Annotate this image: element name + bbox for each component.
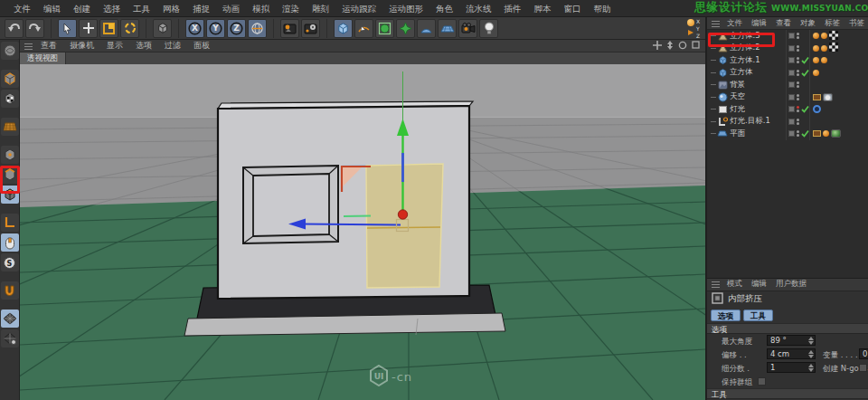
lock-workplane-icon[interactable] xyxy=(1,329,19,348)
enable-axis-icon[interactable] xyxy=(1,214,19,232)
make-editable-icon[interactable] xyxy=(1,42,19,60)
visibility-dots[interactable] xyxy=(797,45,799,52)
deformer-icon[interactable] xyxy=(396,19,415,38)
menu-edit[interactable]: 编辑 xyxy=(37,0,67,17)
section-options[interactable]: 选项 xyxy=(707,323,868,334)
scale-icon[interactable] xyxy=(99,19,118,38)
visibility-dots[interactable] xyxy=(797,94,799,100)
visibility-dots[interactable] xyxy=(797,106,799,112)
layer-square[interactable] xyxy=(788,106,795,112)
viewport-3d-scene[interactable] xyxy=(20,64,705,400)
menu-motion-tracker[interactable]: 运动跟踪 xyxy=(335,0,382,17)
camera-icon[interactable] xyxy=(458,19,477,38)
spline-pen-icon[interactable] xyxy=(354,19,373,38)
om-menu-objects[interactable]: 对象 xyxy=(797,18,819,29)
texture-mode-icon[interactable] xyxy=(1,90,19,108)
sky-texture-tag-icon[interactable] xyxy=(823,93,833,101)
viewport-rotate-icon[interactable] xyxy=(678,41,687,52)
subdivision-surface-icon[interactable] xyxy=(375,19,394,38)
edges-mode-icon[interactable] xyxy=(1,166,19,184)
live-selection-icon[interactable] xyxy=(58,19,77,38)
object-row-light-target[interactable]: 灯光.目标.1 xyxy=(707,116,868,129)
subdivision-input[interactable]: 1 xyxy=(767,362,816,373)
target-tag-icon[interactable] xyxy=(813,105,821,113)
visibility-dots[interactable] xyxy=(797,81,799,88)
phong-tag-icon[interactable] xyxy=(823,130,829,137)
model-mode-icon[interactable] xyxy=(1,70,19,88)
axis-ball-icon[interactable] xyxy=(687,19,694,26)
material-tag-icon[interactable] xyxy=(813,45,819,52)
vp-menu-camera[interactable]: 摄像机 xyxy=(63,40,100,52)
magnet-icon[interactable] xyxy=(1,281,19,300)
uvw-tag-icon[interactable] xyxy=(829,31,838,42)
vp-menu-display[interactable]: 显示 xyxy=(100,40,129,52)
menu-file[interactable]: 文件 xyxy=(7,0,37,17)
om-menu-file[interactable]: 文件 xyxy=(723,18,746,29)
layer-square[interactable] xyxy=(788,33,795,39)
am-menu-mode[interactable]: 模式 xyxy=(723,279,746,290)
coordinate-system-icon[interactable] xyxy=(248,19,267,38)
preserve-groups-checkbox[interactable] xyxy=(758,377,766,386)
max-angle-input[interactable]: 89 ° xyxy=(767,335,816,346)
layer-square[interactable] xyxy=(788,119,795,125)
material-tag-icon[interactable] xyxy=(813,57,819,63)
render-settings-icon[interactable] xyxy=(301,19,320,38)
object-row-cube[interactable]: 立方体 xyxy=(707,67,868,80)
polygons-mode-icon[interactable] xyxy=(1,186,19,204)
menu-pipeline[interactable]: 流水线 xyxy=(459,0,498,17)
vp-menu-filter[interactable]: 过滤 xyxy=(158,40,187,52)
stepper-arrows[interactable] xyxy=(807,364,814,372)
om-menu-bookmarks[interactable]: 书签 xyxy=(845,18,868,29)
menu-render[interactable]: 渲染 xyxy=(276,0,306,17)
viewport-toggle-icon[interactable] xyxy=(692,41,700,51)
environment-icon[interactable] xyxy=(417,19,436,38)
compositing-tag-icon[interactable] xyxy=(813,94,821,100)
z-axis-lock-button[interactable]: Z xyxy=(227,19,246,38)
object-row-background[interactable]: 背景 xyxy=(707,79,868,91)
layer-square[interactable] xyxy=(788,45,795,52)
stepper-arrows[interactable] xyxy=(807,337,814,345)
layer-square[interactable] xyxy=(788,57,795,63)
workplane-mode-icon[interactable] xyxy=(1,118,19,136)
menu-snap[interactable]: 捕捉 xyxy=(186,0,216,17)
layer-square[interactable] xyxy=(788,94,795,100)
last-used-tool-icon[interactable] xyxy=(153,19,172,38)
viewport-solo-icon[interactable] xyxy=(1,233,19,252)
viewport-zoom-icon[interactable] xyxy=(666,41,674,52)
om-menu-tags[interactable]: 标签 xyxy=(821,18,844,29)
phong-tag-icon[interactable] xyxy=(821,57,827,63)
rotate-icon[interactable] xyxy=(120,19,139,38)
y-axis-lock-button[interactable]: Y xyxy=(206,19,225,38)
phong-tag-icon[interactable] xyxy=(821,33,827,39)
menu-sculpt[interactable]: 雕刻 xyxy=(306,0,335,17)
menu-mograph[interactable]: 运动图形 xyxy=(382,0,429,17)
om-menu-edit[interactable]: 编辑 xyxy=(748,18,770,29)
visibility-dots[interactable] xyxy=(797,130,799,137)
compositing-tag-icon[interactable] xyxy=(813,130,821,137)
visibility-dots[interactable] xyxy=(797,119,799,125)
panel-grip-icon[interactable] xyxy=(712,281,720,288)
layer-square[interactable] xyxy=(788,70,795,76)
visibility-dots[interactable] xyxy=(797,57,799,63)
workplane-grid-icon[interactable] xyxy=(1,310,19,328)
menu-window[interactable]: 窗口 xyxy=(558,0,588,17)
object-row-plane[interactable]: 平面 xyxy=(707,128,868,140)
menu-mesh[interactable]: 网格 xyxy=(156,0,186,17)
object-row-light[interactable]: 灯光 xyxy=(707,103,868,116)
object-row-cube1[interactable]: 立方体.1 xyxy=(707,54,868,67)
vp-menu-panel[interactable]: 面板 xyxy=(187,40,216,52)
undo-icon[interactable] xyxy=(5,19,24,38)
move-icon[interactable] xyxy=(79,19,98,38)
vp-menu-options[interactable]: 选项 xyxy=(129,40,158,52)
points-mode-icon[interactable] xyxy=(1,146,19,164)
floor-icon[interactable] xyxy=(438,19,457,38)
layer-square[interactable] xyxy=(788,130,795,137)
x-axis-lock-button[interactable]: X xyxy=(185,19,204,38)
menu-animate[interactable]: 动画 xyxy=(216,0,246,17)
object-row-sky[interactable]: 天空 xyxy=(707,91,868,104)
menu-create[interactable]: 创建 xyxy=(67,0,97,17)
phong-tag-icon[interactable] xyxy=(821,45,827,52)
redo-icon[interactable] xyxy=(25,19,44,38)
layer-square[interactable] xyxy=(788,81,795,88)
am-menu-userdata[interactable]: 用户数据 xyxy=(772,279,810,290)
